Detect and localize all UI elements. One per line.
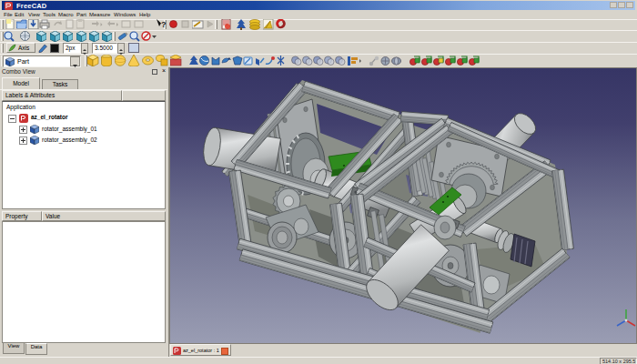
svg-text:?: ? [161,20,167,29]
